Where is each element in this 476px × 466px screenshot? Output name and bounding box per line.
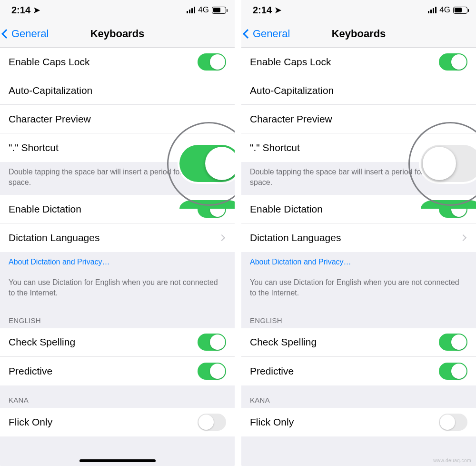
row-enable-dictation[interactable]: Enable Dictation [241, 195, 476, 223]
row-label: Enable Caps Lock [250, 56, 331, 68]
section-header-english: ENGLISH [0, 306, 235, 328]
row-label: Flick Only [250, 416, 294, 428]
character-preview-toggle-enlarged[interactable] [421, 145, 476, 182]
settings-list: Enable Caps Lock Auto-Capitalization Cha… [241, 48, 476, 436]
status-bar: 2:14 ➤ 4G [0, 0, 235, 20]
phone-right: 2:14 ➤ 4G General Keyboards Enable Caps … [241, 0, 476, 466]
toggle-check-spelling[interactable] [198, 334, 226, 351]
signal-icon [428, 7, 436, 13]
home-indicator[interactable] [79, 459, 156, 462]
chevron-left-icon [243, 29, 252, 39]
phone-left: 2:14 ➤ 4G General Keyboards Enable Caps … [0, 0, 235, 466]
status-time: 2:14 [253, 5, 272, 16]
row-caps-lock[interactable]: Enable Caps Lock [0, 48, 235, 76]
row-label: Auto-Capitalization [9, 85, 92, 96]
section-header-kana: KANA [241, 385, 476, 408]
back-label: General [11, 28, 49, 40]
page-title: Keyboards [332, 28, 386, 40]
footer-dictation: About Dictation and Privacy… You can use… [0, 252, 235, 305]
battery-icon [453, 7, 467, 14]
footer-dictation: About Dictation and Privacy… You can use… [241, 252, 476, 305]
page-title: Keyboards [90, 28, 145, 40]
row-label: "." Shortcut [250, 142, 300, 153]
section-header-kana: KANA [0, 385, 235, 408]
dot-shortcut-toggle-peek [421, 200, 476, 209]
settings-list: Enable Caps Lock Auto-Capitalization Cha… [0, 48, 235, 436]
row-flick-only[interactable]: Flick Only [0, 408, 235, 436]
network-type: 4G [439, 5, 450, 15]
row-label: Check Spelling [250, 336, 317, 348]
location-arrow-icon: ➤ [275, 6, 281, 14]
location-arrow-icon: ➤ [33, 6, 40, 14]
signal-icon [187, 7, 195, 13]
row-label: Predictive [9, 365, 52, 377]
row-label: Enable Dictation [9, 203, 81, 215]
status-time: 2:14 [11, 5, 30, 16]
row-enable-dictation[interactable]: Enable Dictation [0, 195, 235, 223]
status-bar: 2:14 ➤ 4G [241, 0, 476, 20]
row-label: Enable Dictation [250, 203, 323, 215]
chevron-right-icon [218, 234, 225, 241]
nav-header: General Keyboards [241, 20, 476, 48]
toggle-check-spelling[interactable] [439, 334, 467, 351]
row-label: Flick Only [9, 416, 52, 428]
row-character-preview[interactable]: Character Preview [241, 105, 476, 133]
dictation-offline-text: You can use Dictation for English when y… [250, 278, 459, 297]
row-predictive[interactable]: Predictive [241, 357, 476, 385]
watermark: www.deuaq.com [433, 458, 471, 463]
row-check-spelling[interactable]: Check Spelling [0, 328, 235, 357]
toggle-flick-only[interactable] [439, 414, 467, 431]
back-label: General [253, 28, 290, 40]
row-label: "." Shortcut [9, 142, 59, 153]
row-label: Character Preview [9, 113, 91, 125]
chevron-right-icon [460, 234, 466, 241]
about-dictation-link[interactable]: About Dictation and Privacy… [250, 258, 351, 266]
row-auto-capitalization[interactable]: Auto-Capitalization [241, 76, 476, 105]
row-character-preview[interactable]: Character Preview [0, 105, 235, 133]
row-caps-lock[interactable]: Enable Caps Lock [241, 48, 476, 76]
row-auto-capitalization[interactable]: Auto-Capitalization [0, 76, 235, 105]
character-preview-toggle-enlarged[interactable] [179, 145, 235, 182]
row-dictation-languages[interactable]: Dictation Languages [0, 223, 235, 252]
row-label: Dictation Languages [250, 232, 341, 243]
dictation-offline-text: You can use Dictation for English when y… [9, 278, 218, 297]
row-check-spelling[interactable]: Check Spelling [241, 328, 476, 357]
back-button[interactable]: General [3, 20, 49, 47]
row-label: Enable Caps Lock [9, 56, 89, 68]
toggle-predictive[interactable] [198, 363, 226, 380]
row-dictation-languages[interactable]: Dictation Languages [241, 223, 476, 252]
toggle-predictive[interactable] [439, 363, 467, 380]
chevron-left-icon [1, 29, 11, 39]
dot-shortcut-toggle-peek [179, 200, 235, 209]
row-label: Check Spelling [9, 336, 75, 348]
row-label: Dictation Languages [9, 232, 99, 243]
section-header-english: ENGLISH [241, 306, 476, 328]
toggle-flick-only[interactable] [198, 414, 226, 431]
row-label: Predictive [250, 365, 294, 377]
network-type: 4G [198, 5, 209, 15]
about-dictation-link[interactable]: About Dictation and Privacy… [9, 258, 110, 266]
back-button[interactable]: General [244, 20, 290, 47]
toggle-caps-lock[interactable] [439, 53, 467, 71]
row-label: Character Preview [250, 113, 332, 125]
row-flick-only[interactable]: Flick Only [241, 408, 476, 436]
toggle-caps-lock[interactable] [198, 53, 226, 71]
row-label: Auto-Capitalization [250, 85, 334, 96]
row-predictive[interactable]: Predictive [0, 357, 235, 385]
battery-icon [212, 7, 226, 14]
nav-header: General Keyboards [0, 20, 235, 48]
